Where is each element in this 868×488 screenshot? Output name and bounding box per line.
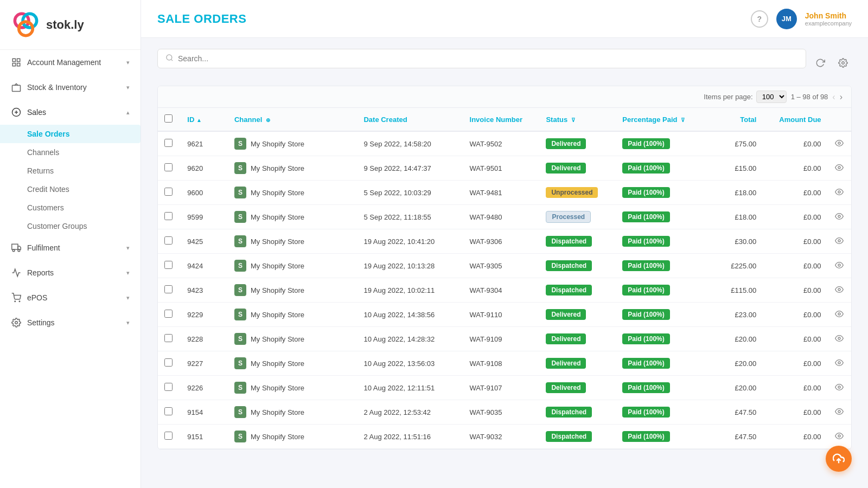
row-id: 9620 bbox=[181, 156, 228, 181]
col-header-percentage[interactable]: Percentage Paid ⊽ bbox=[616, 108, 710, 131]
status-badge: Delivered bbox=[546, 333, 586, 344]
paid-badge: Paid (100%) bbox=[622, 333, 669, 344]
account-management-icon bbox=[11, 57, 22, 68]
row-checkbox-cell[interactable] bbox=[158, 303, 181, 327]
row-action bbox=[828, 278, 851, 303]
col-header-amount-due[interactable]: Amount Due bbox=[763, 108, 827, 131]
upload-fab[interactable] bbox=[826, 446, 852, 472]
row-checkbox[interactable] bbox=[164, 285, 173, 293]
col-header-invoice[interactable]: Invoice Number bbox=[463, 108, 540, 131]
col-header-id[interactable]: ID ▲ bbox=[181, 108, 228, 131]
select-all-checkbox[interactable] bbox=[164, 114, 173, 123]
row-checkbox-cell[interactable] bbox=[158, 254, 181, 278]
col-header-channel[interactable]: Channel ⊕ bbox=[228, 108, 357, 131]
view-row-button[interactable] bbox=[835, 188, 844, 198]
user-name: John Smith bbox=[805, 11, 852, 20]
row-checkbox-cell[interactable] bbox=[158, 278, 181, 303]
view-row-button[interactable] bbox=[835, 285, 844, 296]
row-checkbox-cell[interactable] bbox=[158, 400, 181, 425]
prev-page-button[interactable]: ‹ bbox=[832, 92, 835, 102]
view-row-button[interactable] bbox=[835, 236, 844, 247]
row-total: £20.00 bbox=[710, 351, 763, 376]
row-checkbox[interactable] bbox=[164, 212, 173, 220]
nav-stock-inventory[interactable]: Stock & Inventory ▾ bbox=[0, 75, 141, 100]
row-id: 9599 bbox=[181, 205, 228, 229]
row-channel: S My Shopify Store bbox=[228, 229, 357, 254]
status-filter-icon: ⊽ bbox=[571, 117, 575, 123]
row-checkbox[interactable] bbox=[164, 139, 173, 147]
table-row: 9423 S My Shopify Store 19 Aug 2022, 10:… bbox=[158, 278, 851, 303]
settings-columns-button[interactable] bbox=[834, 54, 852, 72]
nav-reports[interactable]: Reports ▾ bbox=[0, 260, 141, 285]
row-checkbox-cell[interactable] bbox=[158, 376, 181, 400]
view-row-button[interactable] bbox=[835, 212, 844, 222]
row-checkbox-cell[interactable] bbox=[158, 327, 181, 351]
row-checkbox[interactable] bbox=[164, 334, 173, 342]
row-invoice: WAT-9107 bbox=[463, 376, 540, 400]
row-checkbox[interactable] bbox=[164, 383, 173, 391]
row-invoice: WAT-9306 bbox=[463, 229, 540, 254]
row-checkbox-cell[interactable] bbox=[158, 351, 181, 376]
svg-rect-11 bbox=[12, 244, 18, 249]
row-checkbox-cell[interactable] bbox=[158, 205, 181, 229]
view-row-button[interactable] bbox=[835, 261, 844, 271]
row-date: 2 Aug 2022, 12:53:42 bbox=[357, 400, 463, 425]
channel-name: My Shopify Store bbox=[251, 164, 304, 172]
row-checkbox[interactable] bbox=[164, 407, 173, 415]
col-header-date[interactable]: Date Created bbox=[357, 108, 463, 131]
nav-fulfilment[interactable]: Fulfilment ▾ bbox=[0, 235, 141, 260]
nav-channels[interactable]: Channels bbox=[27, 143, 141, 162]
table-row: 9424 S My Shopify Store 19 Aug 2022, 10:… bbox=[158, 254, 851, 278]
view-row-button[interactable] bbox=[835, 334, 844, 344]
nav-fulfilment-label: Fulfilment bbox=[27, 243, 60, 252]
row-checkbox[interactable] bbox=[164, 236, 173, 245]
nav-settings[interactable]: Settings ▾ bbox=[0, 310, 141, 335]
nav-account-management[interactable]: Account Management ▾ bbox=[0, 50, 141, 75]
row-checkbox[interactable] bbox=[164, 188, 173, 196]
view-row-button[interactable] bbox=[835, 163, 844, 174]
svg-rect-3 bbox=[12, 59, 15, 61]
row-checkbox-cell[interactable] bbox=[158, 181, 181, 205]
channel-name: My Shopify Store bbox=[251, 384, 304, 392]
items-per-page-select[interactable]: 100 10 25 50 bbox=[756, 91, 787, 103]
channel-filter-icon: ⊕ bbox=[266, 117, 270, 123]
view-row-button[interactable] bbox=[835, 407, 844, 418]
row-checkbox-cell[interactable] bbox=[158, 156, 181, 181]
nav-sale-orders[interactable]: Sale Orders bbox=[0, 125, 141, 143]
items-per-page-label: Items per page: 100 10 25 50 bbox=[704, 91, 786, 103]
svg-point-24 bbox=[838, 215, 840, 217]
view-row-button[interactable] bbox=[835, 310, 844, 320]
row-percentage-paid: Paid (100%) bbox=[616, 205, 710, 229]
row-checkbox[interactable] bbox=[164, 163, 173, 171]
col-header-total[interactable]: Total bbox=[710, 108, 763, 131]
row-invoice: WAT-9502 bbox=[463, 131, 540, 156]
table-row: 9599 S My Shopify Store 5 Sep 2022, 11:1… bbox=[158, 205, 851, 229]
search-input[interactable] bbox=[178, 54, 798, 63]
nav-customer-groups[interactable]: Customer Groups bbox=[27, 217, 141, 235]
row-checkbox[interactable] bbox=[164, 358, 173, 367]
nav-sales[interactable]: Sales ▴ bbox=[0, 100, 141, 125]
row-checkbox[interactable] bbox=[164, 261, 173, 269]
nav-returns[interactable]: Returns bbox=[27, 162, 141, 180]
shopify-channel-icon: S bbox=[234, 284, 246, 296]
paid-badge: Paid (100%) bbox=[622, 211, 669, 222]
row-checkbox[interactable] bbox=[164, 310, 173, 318]
view-row-button[interactable] bbox=[835, 358, 844, 369]
view-row-button[interactable] bbox=[835, 432, 844, 442]
nav-credit-notes[interactable]: Credit Notes bbox=[27, 180, 141, 198]
row-checkbox[interactable] bbox=[164, 432, 173, 440]
nav-customers[interactable]: Customers bbox=[27, 198, 141, 217]
row-checkbox-cell[interactable] bbox=[158, 131, 181, 156]
row-checkbox-cell[interactable] bbox=[158, 425, 181, 449]
svg-rect-6 bbox=[17, 63, 20, 66]
view-row-button[interactable] bbox=[835, 139, 844, 149]
help-button[interactable]: ? bbox=[751, 10, 768, 28]
col-header-status[interactable]: Status ⊽ bbox=[539, 108, 616, 131]
refresh-button[interactable] bbox=[812, 54, 829, 72]
row-checkbox-cell[interactable] bbox=[158, 229, 181, 254]
view-row-button[interactable] bbox=[835, 383, 844, 393]
nav-settings-label: Settings bbox=[27, 318, 55, 327]
nav-epos[interactable]: ePOS ▾ bbox=[0, 285, 141, 310]
content-area: Items per page: 100 10 25 50 1 – 98 of 9… bbox=[141, 38, 868, 488]
next-page-button[interactable]: › bbox=[840, 92, 843, 102]
